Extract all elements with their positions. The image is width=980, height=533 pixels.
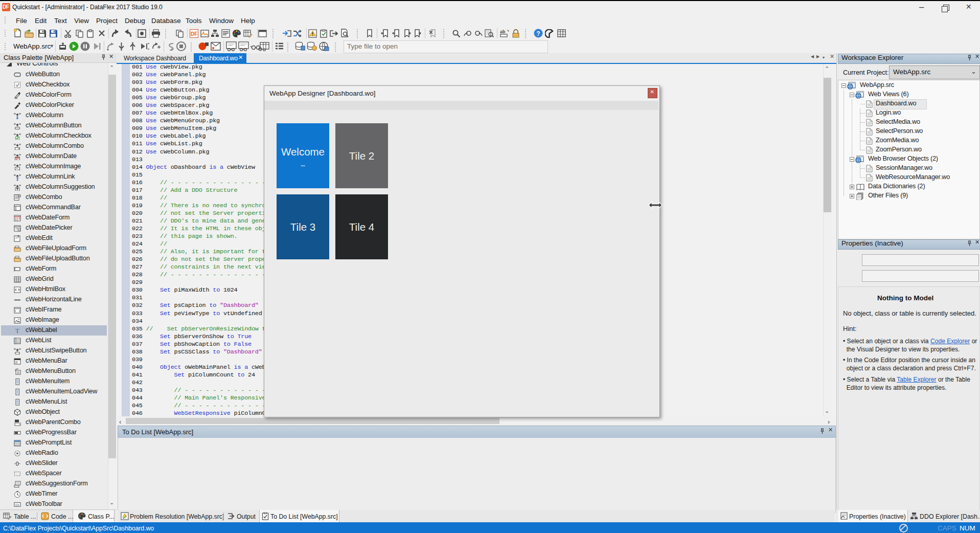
svg-text:IOI: IOI	[15, 503, 19, 506]
svg-text:ab: ab	[500, 29, 506, 34]
svg-text:?: ?	[536, 30, 540, 37]
svg-text:T: T	[16, 176, 19, 181]
svg-text:DF: DF	[191, 31, 197, 37]
svg-text:T: T	[15, 327, 19, 334]
